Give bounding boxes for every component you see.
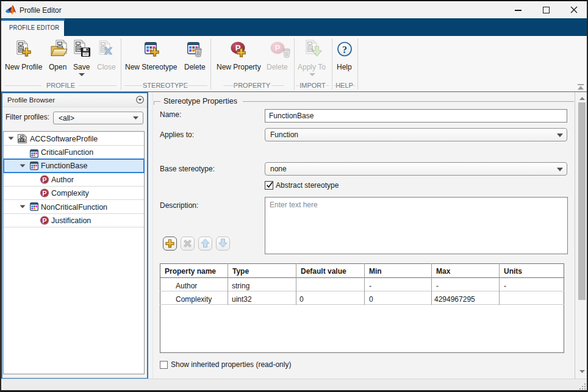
svg-text:ACCSoftwareProfile: ACCSoftwareProfile: [30, 135, 98, 143]
svg-text:Justification: Justification: [51, 216, 91, 225]
svg-text:FunctionBase: FunctionBase: [41, 162, 87, 170]
svg-text:Complexity: Complexity: [51, 189, 90, 198]
svg-text:NonCriticalFunction: NonCriticalFunction: [41, 203, 107, 212]
svg-text:CriticalFunction: CriticalFunction: [41, 148, 93, 157]
svg-text:Author: Author: [51, 176, 74, 184]
